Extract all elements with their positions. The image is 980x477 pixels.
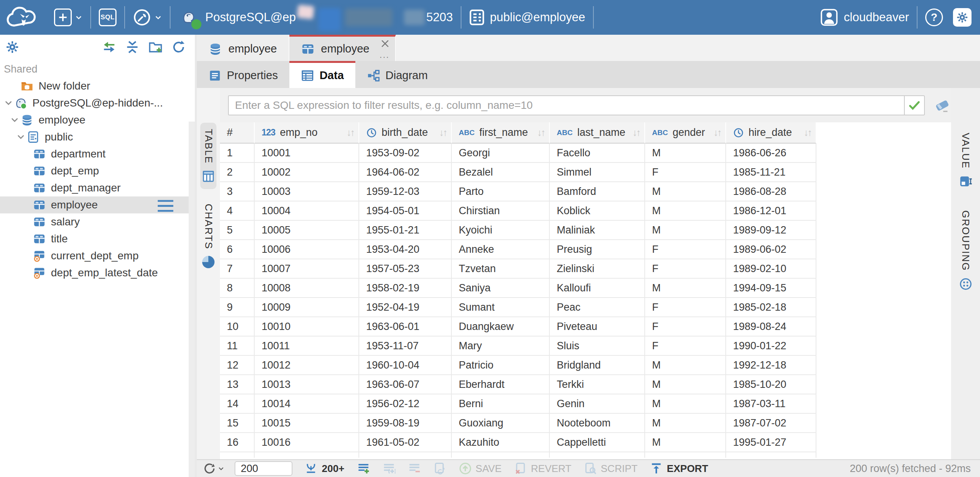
tree-item-postgresql-ep-hidden-[interactable]: PostgreSQL@ep-hidden-... bbox=[0, 95, 195, 112]
sort-icon[interactable]: ↓↑ bbox=[713, 127, 721, 138]
sidebar-settings-gear-icon[interactable] bbox=[5, 40, 19, 54]
settings-button[interactable] bbox=[953, 8, 972, 27]
grid-cell-last_name[interactable]: Kalloufi bbox=[550, 279, 645, 298]
column-header-emp_no[interactable]: 123emp_no↓↑ bbox=[255, 122, 359, 144]
row-number-cell[interactable]: 10 bbox=[220, 317, 255, 337]
connection-selector[interactable]: PostgreSQL@ep 5203 bbox=[178, 6, 453, 29]
grid-cell-gender[interactable]: F bbox=[645, 259, 726, 279]
refresh-document-button[interactable] bbox=[433, 462, 446, 475]
revert-button[interactable]: REVERT bbox=[514, 462, 571, 475]
grid-cell-birth_date[interactable]: 1960-10-04 bbox=[359, 356, 452, 375]
row-number-cell[interactable]: 13 bbox=[220, 375, 255, 394]
grid-cell-gender[interactable]: M bbox=[645, 394, 726, 414]
refresh-results-button[interactable] bbox=[203, 462, 216, 475]
new-connection-button[interactable] bbox=[54, 8, 83, 26]
grid-cell-hire_date[interactable]: 1985-11-21 bbox=[726, 163, 816, 182]
tab-properties[interactable]: Properties bbox=[197, 61, 289, 88]
grid-cell-first_name[interactable]: Chirstian bbox=[452, 201, 550, 221]
grid-cell-emp_no[interactable]: 10010 bbox=[255, 317, 359, 337]
rail-tab-charts[interactable]: CHARTS bbox=[201, 198, 216, 274]
grid-cell-hire_date[interactable]: 1986-06-26 bbox=[726, 144, 816, 163]
delete-row-button[interactable] bbox=[408, 462, 421, 475]
grid-cell-gender[interactable]: F bbox=[645, 240, 726, 259]
grid-cell-first_name[interactable]: Tzvetan bbox=[452, 259, 550, 279]
refresh-tree-icon[interactable] bbox=[172, 40, 186, 54]
grid-cell-last_name[interactable]: Preusig bbox=[550, 240, 645, 259]
grid-cell-gender[interactable]: M bbox=[645, 201, 726, 221]
sort-icon[interactable]: ↓↑ bbox=[346, 127, 354, 138]
grid-cell-hire_date[interactable]: 1990-01-22 bbox=[726, 337, 816, 356]
grid-cell-first_name[interactable]: Georgi bbox=[452, 144, 550, 163]
grid-cell-emp_no[interactable]: 10001 bbox=[255, 144, 359, 163]
tree-item-new-folder[interactable]: New folder bbox=[0, 78, 195, 95]
grid-cell-gender[interactable]: F bbox=[645, 163, 726, 182]
help-button[interactable]: ? bbox=[925, 8, 943, 26]
grid-cell-hire_date[interactable]: 1985-10-20 bbox=[726, 375, 816, 394]
row-number-cell[interactable]: 6 bbox=[220, 240, 255, 259]
grid-cell-emp_no[interactable]: 10008 bbox=[255, 279, 359, 298]
grid-cell-hire_date[interactable]: 1986-08-28 bbox=[726, 182, 816, 201]
grid-cell-gender[interactable]: M bbox=[645, 433, 726, 452]
grid-cell-last_name[interactable]: Genin bbox=[550, 394, 645, 414]
add-row-button[interactable] bbox=[357, 462, 370, 475]
grid-cell-hire_date[interactable]: 1985-02-18 bbox=[726, 298, 816, 317]
grid-cell-emp_no[interactable]: 10009 bbox=[255, 298, 359, 317]
grid-cell-first_name[interactable]: Saniya bbox=[452, 279, 550, 298]
grid-cell-emp_no[interactable]: 10005 bbox=[255, 221, 359, 240]
grid-cell-birth_date[interactable]: 1956-02-12 bbox=[359, 394, 452, 414]
tree-item-menu-icon[interactable] bbox=[157, 200, 174, 211]
sql-editor-button[interactable]: SQL bbox=[99, 8, 117, 26]
tree-expand-chevron-icon[interactable] bbox=[3, 98, 14, 108]
rail-tab-value[interactable]: VALUE bbox=[958, 127, 974, 194]
fetch-next-page-button[interactable]: 200+ bbox=[305, 462, 345, 475]
grid-cell-gender[interactable]: M bbox=[645, 144, 726, 163]
grid-cell-hire_date[interactable]: 1994-09-15 bbox=[726, 279, 816, 298]
grid-cell-hire_date[interactable]: 1989-02-10 bbox=[726, 259, 816, 279]
grid-cell-emp_no[interactable]: 10006 bbox=[255, 240, 359, 259]
grid-cell-last_name[interactable]: Nooteboom bbox=[550, 414, 645, 433]
grid-cell-birth_date[interactable]: 1959-08-19 bbox=[359, 414, 452, 433]
tree-expand-chevron-icon[interactable] bbox=[9, 115, 20, 125]
sidebar-scrollbar[interactable] bbox=[189, 122, 195, 477]
grid-cell-emp_no[interactable]: 10007 bbox=[255, 259, 359, 279]
column-header-hire_date[interactable]: hire_date↓↑ bbox=[726, 122, 816, 144]
grid-cell-hire_date[interactable]: 1989-06-02 bbox=[726, 240, 816, 259]
sql-filter-input[interactable] bbox=[228, 95, 904, 115]
grid-cell-hire_date[interactable]: 1995-01-27 bbox=[726, 433, 816, 452]
grid-cell-last_name[interactable]: Bridgland bbox=[550, 356, 645, 375]
grid-cell-last_name[interactable]: Maliniak bbox=[550, 221, 645, 240]
row-number-cell[interactable]: 4 bbox=[220, 201, 255, 221]
driver-tools-button[interactable] bbox=[133, 8, 162, 27]
grid-cell-birth_date[interactable]: 1954-05-01 bbox=[359, 201, 452, 221]
row-number-cell[interactable]: 12 bbox=[220, 356, 255, 375]
grid-cell-hire_date[interactable]: 1987-03-11 bbox=[726, 394, 816, 414]
grid-cell-gender[interactable]: M bbox=[645, 221, 726, 240]
column-header-birth_date[interactable]: birth_date↓↑ bbox=[359, 122, 452, 144]
grid-cell-birth_date[interactable]: 1961-05-02 bbox=[359, 433, 452, 452]
grid-cell-gender[interactable]: F bbox=[645, 298, 726, 317]
column-header-gender[interactable]: ABCgender↓↑ bbox=[645, 122, 726, 144]
column-header-last_name[interactable]: ABClast_name↓↑ bbox=[550, 122, 645, 144]
script-button[interactable]: SCRIPT bbox=[584, 462, 637, 475]
grid-cell-emp_no[interactable]: 10013 bbox=[255, 375, 359, 394]
row-number-cell[interactable]: 8 bbox=[220, 279, 255, 298]
tree-item-public[interactable]: public bbox=[0, 129, 195, 145]
grid-cell-emp_no[interactable]: 10003 bbox=[255, 182, 359, 201]
grid-cell-birth_date[interactable]: 1957-05-23 bbox=[359, 259, 452, 279]
grid-cell-birth_date[interactable]: 1963-06-01 bbox=[359, 317, 452, 337]
grid-cell-first_name[interactable]: Patricio bbox=[452, 356, 550, 375]
tab-employee-database[interactable]: employee bbox=[197, 35, 289, 61]
save-button[interactable]: SAVE bbox=[459, 462, 502, 475]
grid-cell-emp_no[interactable]: 10012 bbox=[255, 356, 359, 375]
clear-filter-button[interactable] bbox=[933, 96, 951, 115]
grid-cell-first_name[interactable]: Guoxiang bbox=[452, 414, 550, 433]
row-number-cell[interactable]: 5 bbox=[220, 221, 255, 240]
user-menu[interactable]: cloudbeaver bbox=[820, 8, 909, 27]
grid-cell-gender[interactable]: M bbox=[645, 414, 726, 433]
link-editor-sync-icon[interactable] bbox=[102, 40, 116, 54]
sort-icon[interactable]: ↓↑ bbox=[632, 127, 640, 138]
grid-cell-last_name[interactable]: Simmel bbox=[550, 163, 645, 182]
export-button[interactable]: EXPORT bbox=[650, 462, 708, 475]
grid-cell-birth_date[interactable]: 1958-02-19 bbox=[359, 279, 452, 298]
grid-cell-first_name[interactable]: Mary bbox=[452, 337, 550, 356]
